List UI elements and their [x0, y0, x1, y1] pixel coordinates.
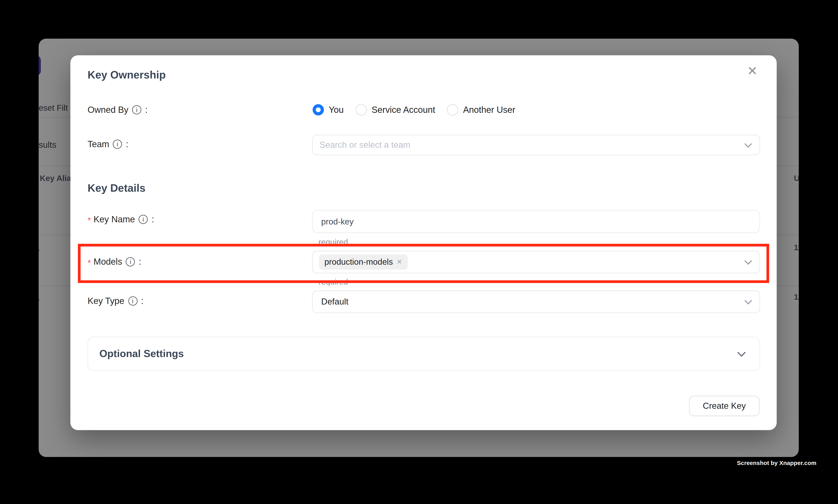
key-name-label: * Key Name:	[88, 214, 154, 224]
chevron-down-icon	[745, 297, 752, 305]
radio-unselected-icon[interactable]	[356, 104, 367, 115]
radio-service-account[interactable]: Service Account	[356, 104, 435, 115]
radio-another-user[interactable]: Another User	[447, 104, 515, 115]
create-key-modal: Key Ownership ✕ Owned By: You Service Ac…	[70, 55, 777, 430]
info-icon[interactable]	[113, 140, 122, 149]
owned-by-radio-group: You Service Account Another User	[313, 104, 515, 115]
annotation-highlight-box	[78, 244, 769, 283]
key-type-label: Key Type:	[88, 296, 143, 306]
section-title-key-details: Key Details	[88, 182, 145, 194]
required-asterisk: *	[88, 216, 91, 226]
optional-settings-expander[interactable]: Optional Settings	[88, 337, 760, 371]
optional-settings-title: Optional Settings	[88, 348, 184, 360]
watermark-text: Screenshot by Xnapper.com	[737, 460, 816, 466]
key-type-value: Default	[313, 297, 349, 307]
radio-selected-icon[interactable]	[313, 104, 324, 115]
info-icon[interactable]	[132, 105, 141, 114]
create-key-button[interactable]: Create Key	[689, 396, 760, 416]
info-icon[interactable]	[128, 296, 137, 306]
section-title-key-ownership: Key Ownership	[88, 69, 166, 81]
chevron-down-icon	[745, 140, 752, 148]
info-icon[interactable]	[139, 215, 148, 224]
key-name-value: prod-key	[313, 217, 354, 227]
key-type-select[interactable]: Default	[312, 290, 760, 313]
radio-you[interactable]: You	[313, 104, 344, 115]
key-name-input[interactable]: prod-key	[312, 210, 760, 233]
chevron-down-icon	[737, 348, 746, 357]
team-label: Team:	[88, 139, 128, 149]
team-select[interactable]: Search or select a team	[312, 135, 760, 155]
radio-unselected-icon[interactable]	[447, 104, 458, 115]
screenshot-stage: eset Filt sults Key Alia Up - 11/ - 11/ …	[0, 0, 838, 504]
owned-by-label: Owned By:	[88, 105, 147, 115]
close-icon[interactable]: ✕	[747, 65, 757, 77]
team-select-placeholder: Search or select a team	[313, 140, 410, 150]
